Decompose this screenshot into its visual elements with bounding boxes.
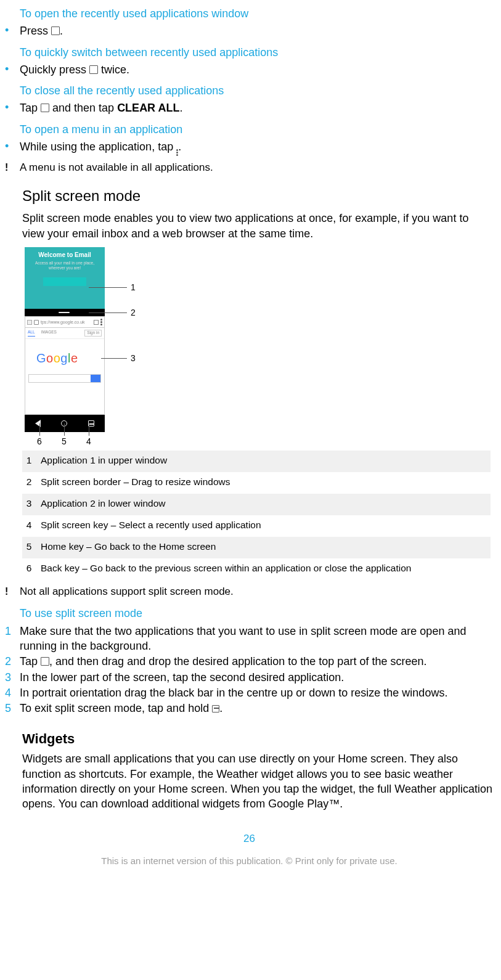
instruction-row: • Press . — [5, 23, 494, 38]
instruction-row: • Quickly press twice. — [5, 62, 494, 77]
section-paragraph: Widgets are small applications that you … — [22, 751, 494, 811]
bullet-icon: • — [5, 139, 20, 153]
callout-label: 1 — [131, 282, 136, 293]
email-welcome-title: Welcome to Email — [25, 247, 105, 261]
split-screen-diagram: Welcome to Email Access all your mail in… — [22, 247, 152, 444]
instruction-text: Quickly press twice. — [20, 62, 494, 77]
lock-icon — [34, 320, 39, 325]
topic-heading: To close all the recently used applicati… — [20, 83, 494, 98]
tab-images: IMAGES — [41, 330, 57, 337]
step-text: To exit split screen mode, tap and hold … — [20, 701, 494, 716]
sign-in-label: Sign in — [84, 330, 102, 337]
home-small-icon — [27, 320, 32, 325]
url-text: tps://www.google.co.uk — [41, 319, 92, 325]
numbered-step: 3 In the lower part of the screen, tap t… — [5, 670, 494, 685]
step-text: Make sure that the two applications that… — [20, 624, 494, 654]
diagram-app1: Welcome to Email Access all your mail in… — [25, 247, 105, 309]
tabs-count-icon — [94, 320, 99, 325]
numbered-step: 2 Tap , and then drag and drop the desir… — [5, 654, 494, 669]
section-heading: Split screen mode — [22, 186, 494, 206]
note-text: A menu is not available in all applicati… — [20, 161, 494, 175]
diagram-app2: tps://www.google.co.uk ALL IMAGES Sign i… — [25, 316, 105, 415]
numbered-step: 5 To exit split screen mode, tap and hol… — [5, 701, 494, 716]
google-logo: Google — [25, 339, 104, 374]
legend-table: 1Application 1 in upper window 2Split sc… — [22, 451, 491, 580]
tab-all: ALL — [28, 330, 35, 337]
legend-row: 3Application 2 in lower window — [22, 494, 491, 515]
recent-apps-icon — [89, 65, 98, 74]
callout-label: 3 — [131, 353, 136, 364]
step-number: 3 — [5, 670, 20, 685]
recent-apps-icon — [51, 27, 60, 35]
step-text: In the lower part of the screen, tap the… — [20, 670, 494, 685]
legend-row: 2Split screen border – Drag to resize wi… — [22, 472, 491, 494]
topic-heading: To quickly switch between recently used … — [20, 45, 494, 60]
get-started-button — [43, 277, 86, 286]
legend-row: 5Home key – Go back to the Home screen — [22, 537, 491, 558]
step-text: In portrait orientation drag the black b… — [20, 685, 494, 700]
callout-label: 5 — [62, 436, 67, 447]
search-bar — [28, 374, 101, 383]
topic-heading: To open the recently used applications w… — [20, 6, 494, 21]
page-number: 26 — [5, 832, 494, 846]
instruction-text: While using the application, tap . — [20, 139, 494, 156]
nav-bar — [25, 415, 105, 432]
bullet-icon: • — [5, 62, 20, 76]
instruction-row: • Tap and then tap CLEAR ALL. — [5, 100, 494, 115]
legend-row: 1Application 1 in upper window — [22, 451, 491, 472]
step-number: 2 — [5, 654, 20, 669]
legend-row: 6Back key – Go back to the previous scre… — [22, 558, 491, 580]
section-heading: Widgets — [22, 730, 494, 748]
note-row: ! A menu is not available in all applica… — [5, 161, 494, 175]
note-text: Not all applications support split scree… — [20, 585, 494, 599]
instruction-text: Tap and then tap CLEAR ALL. — [20, 100, 494, 115]
bullet-icon: • — [5, 23, 20, 38]
recent-apps-icon — [41, 104, 49, 112]
note-icon: ! — [5, 161, 20, 174]
numbered-step: 1 Make sure that the two applications th… — [5, 624, 494, 654]
topic-heading: To open a menu in an application — [20, 122, 494, 137]
split-screen-key-icon — [212, 705, 219, 713]
numbered-step: 4 In portrait orientation drag the black… — [5, 685, 494, 700]
callout-label: 2 — [131, 307, 136, 319]
email-welcome-subtitle: Access all your mail in one place, where… — [25, 261, 105, 272]
section-paragraph: Split screen mode enables you to view tw… — [22, 211, 494, 241]
instruction-text: Press . — [20, 23, 494, 38]
step-number: 1 — [5, 624, 20, 639]
legend-row: 4Split screen key – Select a recently us… — [22, 515, 491, 537]
topic-heading: To use split screen mode — [20, 606, 494, 621]
instruction-row: • While using the application, tap . — [5, 139, 494, 156]
step-number: 5 — [5, 701, 20, 716]
callout-label: 6 — [37, 436, 42, 447]
note-row: ! Not all applications support split scr… — [5, 585, 494, 599]
bullet-icon: • — [5, 100, 20, 115]
note-icon: ! — [5, 585, 20, 598]
callout-label: 4 — [86, 436, 91, 447]
clear-all-label: CLEAR ALL — [117, 102, 179, 114]
recent-apps-icon — [41, 657, 49, 666]
step-number: 4 — [5, 685, 20, 700]
page-footer: This is an internet version of this publ… — [5, 855, 494, 867]
step-text: Tap , and then drag and drop the desired… — [20, 654, 494, 669]
overflow-menu-icon — [100, 319, 102, 325]
